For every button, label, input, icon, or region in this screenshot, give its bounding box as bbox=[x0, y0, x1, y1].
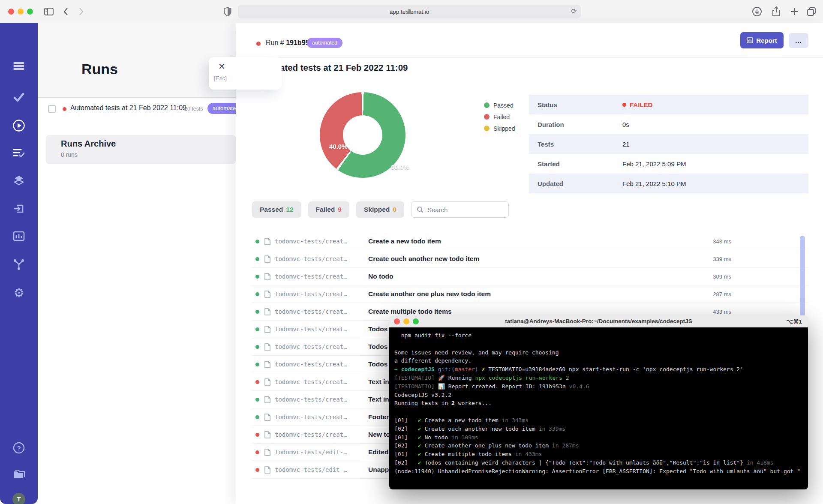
test-duration: 309 ms bbox=[713, 273, 731, 280]
terminal-window[interactable]: tatiana@Andreys-MacBook-Pro:~/Documents/… bbox=[389, 315, 808, 489]
test-name[interactable]: Text in bbox=[368, 378, 389, 386]
legend-skipped-label[interactable]: Skipped bbox=[493, 125, 515, 132]
test-name[interactable]: Text in bbox=[368, 396, 389, 403]
test-row[interactable]: todomvc-tests/creat…Create ouch another … bbox=[252, 250, 808, 268]
address-bar[interactable]: app.testomat.io ⟳ bbox=[238, 5, 581, 18]
test-row[interactable]: todomvc-tests/creat…No todo309 ms bbox=[252, 268, 808, 285]
report-button[interactable]: Report bbox=[740, 32, 784, 48]
menu-icon[interactable] bbox=[0, 61, 38, 71]
search-icon bbox=[417, 206, 424, 213]
run-list-item[interactable]: Automated tests at 21 Feb 2022 11:09 20 … bbox=[38, 98, 236, 120]
runs-play-icon[interactable] bbox=[0, 119, 38, 132]
legend-failed-label[interactable]: Failed bbox=[493, 114, 510, 120]
sidebar-toggle-icon[interactable] bbox=[43, 6, 55, 18]
automated-badge: automated bbox=[307, 38, 342, 48]
suites-layers-icon[interactable] bbox=[0, 174, 38, 187]
skipped-count: 0 bbox=[393, 206, 396, 213]
test-status-dot bbox=[255, 363, 259, 366]
filter-passed-button[interactable]: Passed12 bbox=[252, 201, 301, 218]
file-icon bbox=[264, 414, 270, 421]
test-status-dot bbox=[255, 415, 259, 419]
test-name[interactable]: Create another one plus new todo item bbox=[368, 290, 491, 298]
terminal-line: CodeceptJS v3.2.2 bbox=[394, 391, 803, 399]
run-title[interactable]: Automated tests at 21 Feb 2022 11:09 bbox=[70, 104, 186, 112]
import-icon[interactable] bbox=[0, 203, 38, 214]
search-input[interactable] bbox=[427, 206, 496, 213]
test-name[interactable]: New to bbox=[368, 431, 390, 438]
test-status-dot bbox=[255, 398, 259, 402]
terminal-line bbox=[394, 408, 803, 416]
test-file[interactable]: todomvc-tests/creat… bbox=[275, 291, 364, 297]
share-icon[interactable] bbox=[771, 6, 782, 18]
test-file[interactable]: todomvc-tests/creat… bbox=[275, 396, 364, 403]
summary-label: Updated bbox=[529, 180, 622, 187]
test-row[interactable]: todomvc-tests/creat…Create another one p… bbox=[252, 285, 808, 303]
summary-value: FAILED bbox=[622, 101, 652, 108]
runs-archive-card[interactable]: Runs Archive 0 runs bbox=[46, 135, 236, 164]
analytics-icon[interactable] bbox=[0, 231, 38, 242]
filter-skipped-button[interactable]: Skipped0 bbox=[356, 201, 404, 218]
file-icon bbox=[264, 238, 270, 245]
close-icon[interactable]: ✕ bbox=[218, 61, 225, 72]
test-status-dot bbox=[255, 345, 259, 349]
back-icon[interactable] bbox=[61, 6, 72, 17]
test-file[interactable]: todomvc-tests/edit-… bbox=[275, 466, 364, 473]
archive-title: Runs Archive bbox=[61, 139, 116, 149]
test-name[interactable]: Create ouch another new todo item bbox=[368, 255, 479, 263]
file-icon bbox=[264, 291, 270, 298]
settings-gear-icon[interactable]: ⚙ bbox=[0, 286, 38, 300]
more-actions-button[interactable]: ... bbox=[789, 33, 808, 48]
terminal-line: npm audit fix --force bbox=[394, 331, 803, 340]
donut-passed-label: 60.0% bbox=[391, 163, 409, 171]
test-name[interactable]: Unapp bbox=[368, 466, 389, 474]
test-plans-icon[interactable] bbox=[0, 147, 38, 159]
reload-icon[interactable]: ⟳ bbox=[571, 7, 577, 15]
filter-failed-button[interactable]: Failed9 bbox=[308, 201, 349, 218]
test-file[interactable]: todomvc-tests/creat… bbox=[275, 361, 364, 368]
help-icon[interactable]: ? bbox=[0, 441, 38, 454]
test-row[interactable]: todomvc-tests/creat…Create a new todo it… bbox=[252, 233, 808, 250]
user-avatar[interactable]: T bbox=[0, 493, 38, 504]
test-file[interactable]: todomvc-tests/creat… bbox=[275, 255, 364, 262]
forward-icon[interactable] bbox=[75, 6, 86, 17]
close-window-icon[interactable] bbox=[8, 9, 14, 15]
test-file[interactable]: todomvc-tests/creat… bbox=[275, 378, 364, 385]
test-file[interactable]: todomvc-tests/creat… bbox=[275, 326, 364, 333]
test-file[interactable]: todomvc-tests/creat… bbox=[275, 414, 364, 420]
test-file[interactable]: todomvc-tests/creat… bbox=[275, 308, 364, 315]
esc-key-hint: [Esc] bbox=[214, 75, 227, 81]
run-checkbox[interactable] bbox=[48, 105, 56, 113]
tests-check-icon[interactable] bbox=[0, 92, 38, 103]
test-status-dot bbox=[255, 433, 259, 437]
test-name[interactable]: Create multiple todo items bbox=[368, 308, 452, 315]
legend-skipped-dot bbox=[484, 126, 490, 131]
zoom-window-icon[interactable] bbox=[27, 9, 33, 15]
test-name[interactable]: Edited bbox=[368, 448, 388, 456]
terminal-output[interactable]: npm audit fix --force Some issues need r… bbox=[389, 327, 808, 489]
test-name[interactable]: Todos bbox=[368, 343, 387, 351]
test-name[interactable]: No todo bbox=[368, 273, 393, 280]
search-box[interactable] bbox=[411, 201, 509, 218]
legend-passed-label[interactable]: Passed bbox=[493, 102, 514, 109]
privacy-shield-icon[interactable] bbox=[222, 6, 233, 17]
terminal-line: [02] ✔ Create another one plus new todo … bbox=[394, 441, 803, 450]
branches-icon[interactable] bbox=[0, 258, 38, 271]
test-name[interactable]: Todos bbox=[368, 325, 387, 333]
run-tests-count: 20 tests bbox=[184, 106, 203, 112]
test-file[interactable]: todomvc-tests/creat… bbox=[275, 273, 364, 280]
terminal-titlebar[interactable]: tatiana@Andreys-MacBook-Pro:~/Documents/… bbox=[389, 315, 808, 327]
test-name[interactable]: Todos bbox=[368, 360, 387, 368]
scrollbar-thumb[interactable] bbox=[800, 236, 805, 317]
test-file[interactable]: todomvc-tests/creat… bbox=[275, 431, 364, 438]
downloads-icon[interactable] bbox=[751, 6, 763, 17]
test-name[interactable]: Create a new todo item bbox=[368, 237, 441, 245]
new-tab-icon[interactable] bbox=[790, 6, 800, 17]
test-file[interactable]: todomvc-tests/creat… bbox=[275, 343, 364, 350]
test-file[interactable]: todomvc-tests/edit-… bbox=[275, 449, 364, 456]
test-name[interactable]: Footer bbox=[368, 413, 389, 421]
minimize-window-icon[interactable] bbox=[18, 9, 24, 15]
tab-overview-icon[interactable] bbox=[806, 6, 817, 17]
test-file[interactable]: todomvc-tests/creat… bbox=[275, 238, 364, 245]
terminal-shortcut: ⌥⌘1 bbox=[786, 318, 802, 325]
projects-folder-icon[interactable] bbox=[0, 469, 38, 480]
